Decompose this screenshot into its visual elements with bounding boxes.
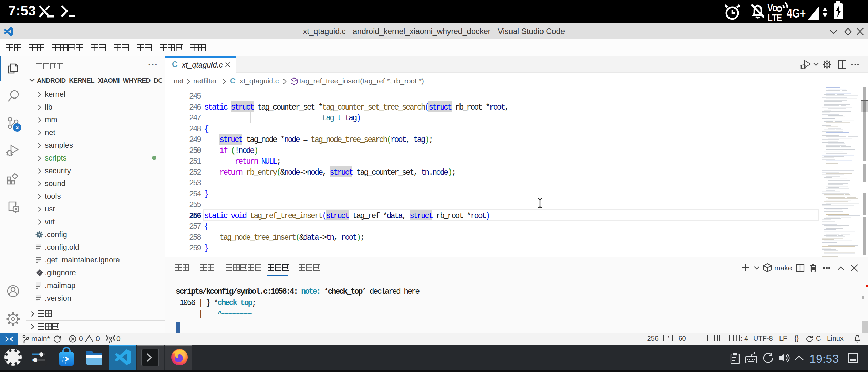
svg-text:LTE: LTE [768,12,782,23]
svg-text:4G+: 4G+ [787,6,806,20]
